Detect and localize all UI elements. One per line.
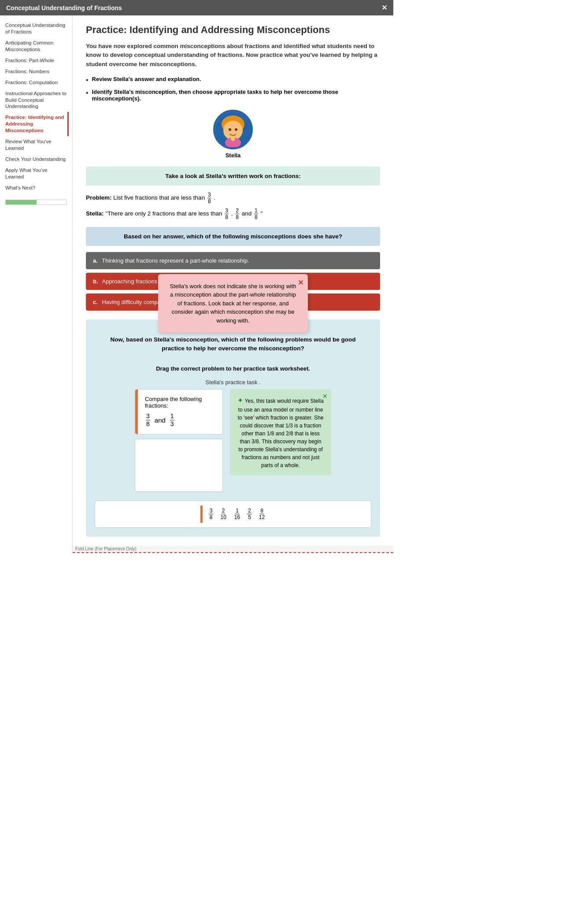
option-a-text: Thinking that fractions represent a part… (102, 257, 249, 264)
green-feedback-close[interactable]: ✕ (322, 392, 328, 401)
avatar-name: Stella (226, 152, 241, 159)
close-icon[interactable]: ✕ (381, 4, 387, 12)
fold-line-label: Fold Line (For Placement Only) (75, 546, 137, 551)
green-feedback-body: Yes, this task would require Stella to u… (238, 398, 324, 468)
stella-comma-1: , (231, 210, 233, 217)
sidebar-item-fractions-computation[interactable]: Fractions: Computation (4, 77, 69, 88)
stella-fraction-3: 1 8 (254, 208, 258, 221)
sidebar-item-whats-next[interactable]: What's Next? (4, 182, 69, 193)
second-question-box: Now, based on Stella's misconception, wh… (95, 328, 371, 360)
practice-task-area: Compare the following fractions: 3 8 and… (95, 389, 371, 492)
task-drop-zone[interactable] (135, 439, 223, 492)
progress-bar (5, 200, 67, 205)
task-fraction-1: 3 8 (146, 412, 150, 428)
problem-description: List five fractions that are less than (113, 194, 205, 201)
progress-empty (37, 200, 67, 204)
drag-instruction: Drag the correct problem to her practice… (95, 365, 371, 372)
problem-label: Problem: (86, 194, 112, 201)
fractions-row: 3 8 2 10 1 16 2 5 (95, 501, 371, 528)
bottom-section: Now, based on Stella's misconception, wh… (86, 319, 380, 537)
task-card-label: Compare the following fractions: (145, 396, 217, 409)
sidebar-item-conceptual[interactable]: Conceptual Understanding of Fractions (4, 20, 69, 37)
bottom-fraction-4: 2 5 (247, 508, 252, 520)
progress-filled (6, 200, 37, 204)
problem-fraction: 3 8 (207, 192, 211, 205)
second-question-text: Now, based on Stella's misconception, wh… (111, 336, 356, 352)
sidebar-item-fractions-numbers[interactable]: Fractions: Numbers (4, 66, 69, 77)
bullet-text-2: Identify Stella's misconception, then ch… (92, 89, 380, 102)
task-and-label: and (155, 416, 166, 424)
bullet-1: • Review Stella's answer and explanation… (86, 76, 380, 84)
tasks-left: Compare the following fractions: 3 8 and… (135, 389, 223, 492)
avatar-circle (213, 110, 253, 149)
svg-point-4 (235, 128, 237, 131)
title-bar: Conceptual Understanding of Fractions ✕ (0, 0, 393, 15)
popup-text: Stella's work does not indicate she is w… (170, 283, 296, 324)
content-area: Practice: Identifying and Addressing Mis… (73, 15, 393, 546)
option-c-letter: c. (93, 299, 98, 305)
bottom-fraction-3: 1 16 (233, 508, 241, 520)
title-text: Conceptual Understanding of Fractions (6, 4, 122, 11)
task-fraction-2: 1 3 (170, 412, 174, 428)
avatar-svg (215, 112, 251, 147)
bottom-fraction-5: 8 12 (258, 508, 266, 520)
stella-and: and (242, 210, 253, 217)
sidebar-item-anticipating[interactable]: Anticipating Common Misconceptions (4, 37, 69, 55)
task-card-compare[interactable]: Compare the following fractions: 3 8 and… (135, 389, 223, 434)
sidebar-item-fractions-part-whole[interactable]: Fractions: Part-Whole (4, 55, 69, 66)
page-title: Practice: Identifying and Addressing Mis… (86, 24, 380, 36)
bullet-2: • Identify Stella's misconception, then … (86, 89, 380, 102)
sidebar-item-practice[interactable]: Practice: Identifying and Addressing Mis… (4, 112, 69, 136)
popup-close-icon[interactable]: ✕ (298, 278, 303, 288)
task-card-inner: Compare the following fractions: 3 8 and… (145, 396, 217, 428)
option-b-letter: b. (93, 278, 98, 285)
sidebar-item-apply[interactable]: Apply What You've Learned (4, 165, 69, 182)
option-a[interactable]: a. Thinking that fractions represent a p… (86, 252, 380, 269)
question-box: Based on her answer, which of the follow… (86, 227, 380, 246)
bullet-dot-2: • (86, 89, 89, 102)
green-feedback: ✕ ✦ Yes, this task would require Stella … (230, 389, 331, 475)
option-a-letter: a. (93, 257, 98, 264)
stella-quote-start: "There are only 2 fractions that are les… (105, 210, 222, 217)
fold-line: Fold Line (For Placement Only) (73, 546, 393, 553)
intro-text: You have now explored common misconcepti… (86, 42, 380, 69)
orange-bar (135, 390, 138, 434)
practice-task-label: Stella's practice task . (95, 379, 371, 386)
problem-text: Problem: List five fractions that are le… (86, 192, 380, 205)
problem-period: . (214, 194, 215, 201)
stella-fraction-2: 2 8 (235, 208, 239, 221)
stella-answer: Stella: "There are only 2 fractions that… (86, 208, 380, 221)
svg-point-3 (229, 128, 231, 131)
sidebar: Conceptual Understanding of Fractions An… (0, 15, 73, 553)
progress-area (4, 198, 69, 207)
sidebar-item-review[interactable]: Review What You've Learned (4, 136, 69, 154)
bullet-text-1: Review Stella's answer and explanation. (92, 76, 201, 84)
sidebar-item-instructional[interactable]: Instructional Approaches to Build Concep… (4, 88, 69, 112)
sidebar-item-check[interactable]: Check Your Understanding (4, 154, 69, 165)
green-feedback-text: ✦ (237, 398, 244, 404)
bottom-fraction-2: 2 10 (219, 508, 227, 520)
bottom-fraction-1: 3 8 (209, 508, 214, 520)
bullet-dot-1: • (86, 76, 89, 84)
feedback-popup: ✕ Stella's work does not indicate she is… (158, 274, 308, 333)
fraction-row-bar (200, 505, 203, 523)
written-work-box: Take a look at Stella's written work on … (86, 167, 380, 186)
stella-end: " (260, 210, 263, 217)
stella-fraction-1: 3 8 (225, 208, 229, 221)
options-container: a. Thinking that fractions represent a p… (86, 252, 380, 311)
stella-label: Stella: (86, 210, 104, 217)
main-layout: Conceptual Understanding of Fractions An… (0, 15, 393, 553)
avatar-section: Stella (86, 110, 380, 159)
svg-point-6 (231, 137, 235, 141)
